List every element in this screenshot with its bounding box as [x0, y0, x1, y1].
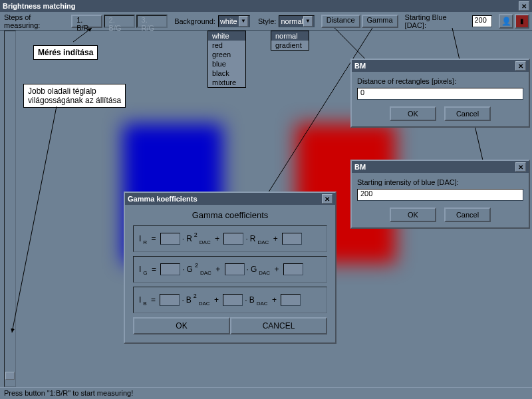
blue-input[interactable]: 200 [357, 189, 523, 201]
titlebar: Brightness matching ✕ [0, 0, 532, 12]
step-3-button[interactable]: 3. R/G [136, 15, 168, 28]
blue-ok-button[interactable]: OK [390, 207, 436, 222]
distance-button[interactable]: Distance [321, 15, 360, 28]
gamma-cancel-button[interactable]: CANCEL [230, 317, 327, 334]
gamma-ok-button[interactable]: OK [133, 317, 230, 334]
gamma-row-g: IG = ·G2DAC + ·GDAC + [133, 256, 327, 283]
distance-dialog-close[interactable]: ✕ [515, 61, 526, 70]
bg-option-white[interactable]: white [208, 31, 245, 41]
background-label: Background: [173, 17, 217, 25]
blue-dialog-title: BM [354, 163, 366, 171]
toolbar: Steps of measuring: 1. B/R 2. B/G 3. R/G… [0, 12, 532, 31]
background-dropdown-list[interactable]: white red green blue black mixture [207, 31, 246, 88]
window-close-button[interactable]: ✕ [519, 1, 529, 11]
annotation-right-rect: Jobb oladali téglalp világosságának az á… [23, 84, 126, 108]
gamma-dialog: Gamma koefficients ✕ Gamma coefficients … [124, 192, 336, 344]
dropdown-arrow-icon[interactable]: ▼ [239, 16, 248, 27]
gamma-b-coef-b[interactable] [223, 294, 243, 306]
distance-dialog-label: Distance of rectangles [pixels]: [357, 77, 523, 85]
blue-dialog: BM ✕ Starting intensity of blue [DAC]: 2… [350, 160, 530, 229]
slider-thumb[interactable] [5, 372, 15, 380]
starting-blue-label: Starting Blue [DAC]: [404, 13, 471, 29]
gamma-b-coef-a[interactable] [160, 294, 180, 306]
gamma-r-coef-a[interactable] [160, 233, 180, 245]
style-dropdown[interactable]: normal ▼ [279, 15, 314, 27]
bg-option-green[interactable]: green [208, 50, 245, 59]
style-option-normal[interactable]: normal [271, 31, 309, 41]
style-dropdown-list[interactable]: normal gradient [271, 31, 309, 51]
step-1-button[interactable]: 1. B/R [71, 15, 102, 28]
blue-dialog-titlebar[interactable]: BM ✕ [352, 161, 529, 173]
distance-dialog-titlebar[interactable]: BM ✕ [352, 60, 529, 72]
gamma-row-r: IR = ·R2DAC + ·RDAC + [133, 225, 327, 252]
step-2-button[interactable]: 2. B/G [104, 15, 135, 28]
distance-cancel-button[interactable]: Cancel [444, 106, 491, 121]
style-value: normal [281, 17, 303, 25]
gamma-dialog-title: Gamma koefficients [128, 195, 198, 203]
steps-label: Steps of measuring: [3, 13, 70, 29]
gamma-dialog-close[interactable]: ✕ [322, 194, 332, 203]
gamma-b-coef-c[interactable] [281, 294, 301, 306]
user-icon: 👤 [501, 17, 511, 26]
gamma-r-coef-b[interactable] [223, 233, 243, 245]
window-title: Brightness matching [3, 2, 519, 10]
annotation-start-measure: Mérés indítása [33, 45, 98, 60]
gamma-g-coef-a[interactable] [160, 263, 180, 275]
user-icon-button[interactable]: 👤 [499, 14, 513, 29]
blue-cancel-button[interactable]: Cancel [444, 207, 491, 222]
bg-option-mixture[interactable]: mixture [208, 78, 245, 87]
statusbar: Press button "1:B/R" to start measuring! [0, 387, 532, 399]
style-option-gradient[interactable]: gradient [271, 41, 309, 50]
door-icon: ▮ [520, 17, 524, 25]
bg-option-red[interactable]: red [208, 41, 245, 50]
distance-dialog: BM ✕ Distance of rectangles [pixels]: 0 … [350, 59, 530, 128]
status-text: Press button "1:B/R" to start measuring! [4, 389, 133, 397]
background-dropdown[interactable]: white ▼ [218, 15, 250, 27]
style-label: Style: [257, 17, 278, 25]
gamma-button[interactable]: Gamma [362, 15, 398, 28]
gamma-g-coef-c[interactable] [283, 263, 303, 275]
dropdown-arrow-icon[interactable]: ▼ [303, 16, 313, 27]
gamma-dialog-titlebar[interactable]: Gamma koefficients ✕ [125, 193, 335, 205]
background-value: white [220, 17, 237, 25]
blue-dialog-close[interactable]: ✕ [515, 162, 526, 172]
brightness-slider[interactable] [4, 31, 16, 387]
bg-option-blue[interactable]: blue [208, 59, 245, 68]
bg-option-black[interactable]: black [208, 68, 245, 78]
gamma-r-coef-c[interactable] [282, 233, 302, 245]
starting-blue-input[interactable]: 200 [472, 15, 492, 27]
distance-input[interactable]: 0 [357, 88, 523, 100]
distance-ok-button[interactable]: OK [390, 106, 436, 121]
blue-dialog-label: Starting intensity of blue [DAC]: [357, 178, 523, 186]
gamma-row-b: IB = ·B2DAC + ·BDAC + [133, 287, 327, 313]
exit-icon-button[interactable]: ▮ [515, 14, 529, 29]
distance-dialog-title: BM [354, 62, 366, 70]
gamma-g-coef-b[interactable] [225, 263, 245, 275]
gamma-header: Gamma coefficients [133, 210, 327, 220]
